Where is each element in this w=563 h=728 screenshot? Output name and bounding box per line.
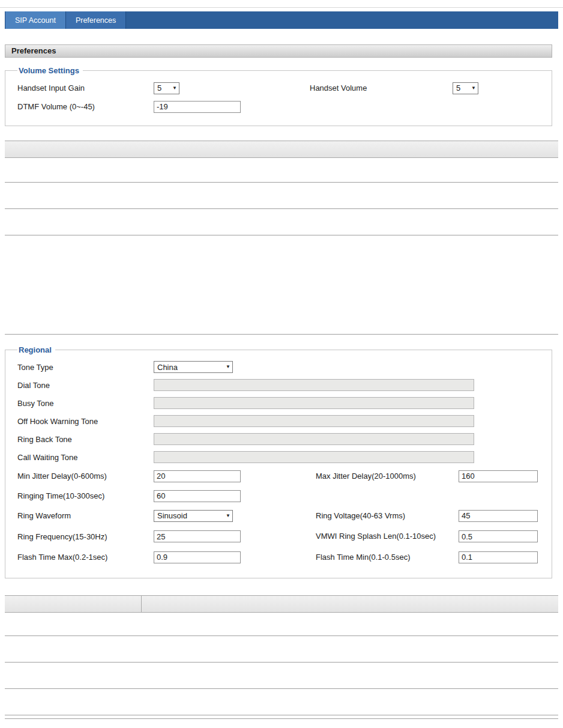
handset-input-gain-select[interactable]: 5 ▼ (154, 82, 179, 94)
column-divider (141, 596, 142, 612)
field-row: DTMF Volume (0~-45) (17, 97, 552, 116)
tone-type-select[interactable]: China ▼ (154, 361, 233, 373)
tone-type-value: China (157, 363, 178, 372)
flash-time-min-label: Flash Time Min(0.1-0.5sec) (316, 553, 459, 562)
field-row: Dial Tone (17, 376, 552, 394)
dial-tone-label: Dial Tone (17, 381, 154, 390)
empty-table-row (5, 613, 558, 636)
regional-section: Regional Tone Type China ▼ Dial Tone Bus… (5, 345, 552, 578)
field-row: Ring Back Tone (17, 430, 552, 448)
empty-table-row (5, 209, 558, 235)
dropdown-arrow-icon: ▼ (471, 86, 476, 91)
ring-voltage-input[interactable] (459, 510, 538, 522)
min-jitter-delay-input[interactable] (154, 470, 241, 482)
tab-sip-account-label: SIP Account (15, 16, 56, 25)
off-hook-warning-tone-input (154, 415, 474, 427)
ring-voltage-label: Ring Voltage(40-63 Vrms) (316, 511, 459, 521)
dtmf-volume-label: DTMF Volume (0~-45) (17, 102, 154, 111)
handset-input-gain-label: Handset Input Gain (17, 83, 154, 93)
volume-settings-section: Volume Settings Handset Input Gain 5 ▼ H… (5, 66, 552, 126)
handset-volume-label: Handset Volume (310, 83, 453, 93)
flash-time-max-label: Flash Time Max(0.2-1sec) (17, 553, 154, 562)
ring-waveform-select[interactable]: Sinusoid ▼ (154, 510, 233, 522)
ring-frequency-label: Ring Frequency(15-30Hz) (17, 532, 154, 541)
ring-frequency-input[interactable] (154, 530, 241, 542)
max-jitter-delay-input[interactable] (459, 470, 538, 482)
field-row: Off Hook Warning Tone (17, 412, 552, 430)
off-hook-warning-tone-label: Off Hook Warning Tone (17, 417, 154, 426)
empty-table-row (5, 715, 558, 719)
tab-sip-account[interactable]: SIP Account (5, 11, 66, 29)
flash-time-min-input[interactable] (459, 551, 538, 563)
ring-back-tone-label: Ring Back Tone (17, 435, 154, 444)
field-row: Tone Type China ▼ (17, 358, 552, 376)
empty-table-header (5, 595, 558, 613)
vmwi-ring-splash-len-label: VMWI Ring Splash Len(0.1-10sec) (316, 532, 459, 541)
call-waiting-tone-label: Call Waiting Tone (17, 453, 154, 462)
tab-bar: SIP Account Preferences (5, 11, 558, 29)
vmwi-ring-splash-len-input[interactable] (459, 530, 538, 542)
empty-table-row (5, 636, 558, 663)
field-row: Ring Waveform Sinusoid ▼ Ring Voltage(40… (17, 506, 552, 526)
field-row: Flash Time Max(0.2-1sec) Flash Time Min(… (17, 547, 552, 567)
busy-tone-label: Busy Tone (17, 399, 154, 408)
field-row: Busy Tone (17, 394, 552, 412)
empty-table-header (5, 141, 558, 158)
empty-table-row (5, 183, 558, 209)
regional-legend: Regional (17, 345, 55, 354)
field-row: Ringing Time(10-300sec) (17, 486, 552, 506)
ringing-time-label: Ringing Time(10-300sec) (17, 491, 154, 500)
field-row: Min Jitter Delay(0-600ms) Max Jitter Del… (17, 466, 552, 486)
dtmf-volume-input[interactable] (154, 101, 241, 113)
empty-table-row (5, 235, 558, 335)
tab-preferences-label: Preferences (76, 16, 116, 25)
page-title: Preferences (5, 44, 552, 58)
field-row: Handset Input Gain 5 ▼ Handset Volume 5 … (17, 79, 552, 97)
ring-waveform-value: Sinusoid (157, 511, 187, 520)
dropdown-arrow-icon: ▼ (172, 86, 177, 91)
ring-back-tone-input (154, 433, 474, 445)
handset-volume-value: 5 (456, 83, 460, 93)
dial-tone-input (154, 379, 474, 391)
flash-time-max-input[interactable] (154, 551, 241, 563)
dropdown-arrow-icon: ▼ (226, 365, 230, 369)
ring-waveform-label: Ring Waveform (17, 511, 154, 520)
busy-tone-input (154, 397, 474, 409)
field-row: Call Waiting Tone (17, 448, 552, 466)
tone-type-label: Tone Type (17, 363, 154, 372)
empty-table-row (5, 689, 558, 715)
max-jitter-delay-label: Max Jitter Delay(20-1000ms) (316, 472, 459, 481)
field-row: Ring Frequency(15-30Hz) VMWI Ring Splash… (17, 526, 552, 547)
call-waiting-tone-input (154, 451, 474, 463)
volume-settings-legend: Volume Settings (17, 66, 83, 75)
dropdown-arrow-icon: ▼ (226, 514, 230, 518)
tab-preferences[interactable]: Preferences (66, 11, 126, 29)
ringing-time-input[interactable] (154, 490, 241, 502)
min-jitter-delay-label: Min Jitter Delay(0-600ms) (17, 472, 154, 481)
empty-table-row (5, 158, 558, 183)
top-divider (0, 0, 563, 8)
handset-volume-select[interactable]: 5 ▼ (453, 82, 478, 94)
empty-table-row (5, 663, 558, 689)
handset-input-gain-value: 5 (157, 83, 161, 93)
